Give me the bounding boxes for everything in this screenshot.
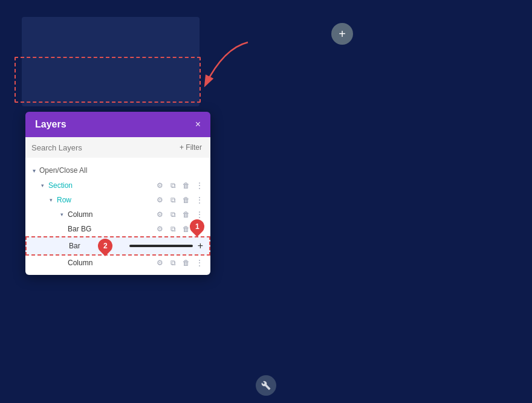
step-badge-2: 2 — [103, 242, 108, 250]
filter-button[interactable]: + Filter — [177, 142, 204, 153]
layer-item-row[interactable]: ▾ Row ⚙ ⧉ 🗑 ⋮ — [25, 193, 210, 207]
layer-item-column1[interactable]: ▾ Column ⚙ ⧉ 🗑 ⋮ — [25, 207, 210, 222]
layer-name: Column — [68, 210, 152, 219]
add-bar-button[interactable]: + — [198, 240, 203, 251]
step-badge-1: 1 — [195, 222, 199, 231]
layer-icons: ⚙ ⧉ 🗑 ⋮ — [155, 181, 204, 190]
layer-icons: ⚙ ⧉ 🗑 ⋮ — [155, 210, 204, 219]
more-icon[interactable]: ⋮ — [195, 196, 204, 204]
copy-icon[interactable]: ⧉ — [168, 210, 178, 219]
layer-icons: ⚙ ⧉ 🗑 ⋮ — [155, 259, 204, 267]
copy-icon[interactable]: ⧉ — [168, 259, 178, 267]
gear-icon[interactable]: ⚙ — [155, 196, 164, 204]
chevron-down-icon: ▾ — [47, 197, 54, 203]
layer-name: Column — [68, 259, 152, 267]
search-input[interactable] — [31, 143, 172, 152]
more-icon[interactable]: ⋮ — [195, 181, 204, 190]
open-close-all-row[interactable]: ▾ Open/Close All — [25, 163, 210, 178]
chevron-down-icon: ▾ — [33, 167, 36, 174]
wrench-icon — [261, 381, 271, 390]
layer-icons: ⚙ ⧉ 🗑 ⋮ — [155, 196, 204, 204]
add-element-button[interactable]: + — [331, 23, 353, 45]
layer-name: Row — [57, 196, 152, 204]
layer-icons — [129, 245, 192, 247]
copy-icon[interactable]: ⧉ — [168, 196, 178, 204]
gear-icon[interactable]: ⚙ — [155, 181, 164, 190]
gear-icon[interactable]: ⚙ — [155, 210, 164, 219]
more-icon[interactable]: ⋮ — [195, 259, 204, 267]
panel-header: Layers × — [25, 112, 210, 137]
close-button[interactable]: × — [195, 120, 201, 129]
chevron-down-icon: ▾ — [58, 211, 65, 218]
panel-body: ▾ Open/Close All ▾ Section ⚙ ⧉ 🗑 ⋮ ▾ Row — [25, 158, 210, 275]
canvas: + Layers × + Filter ▾ Open/Close All ▾ — [0, 0, 532, 403]
layer-name: Section — [48, 181, 152, 190]
layers-panel: Layers × + Filter ▾ Open/Close All ▾ Sec… — [25, 112, 210, 275]
gear-icon[interactable]: ⚙ — [155, 225, 164, 233]
panel-title: Layers — [35, 119, 66, 130]
layer-item-barbg[interactable]: Bar BG ⚙ ⧉ 🗑 ⋮ — [25, 222, 210, 236]
chevron-down-icon: ▾ — [39, 182, 46, 189]
delete-icon[interactable]: 🗑 — [181, 196, 191, 204]
delete-icon[interactable]: 🗑 — [181, 259, 191, 267]
search-bar: + Filter — [25, 137, 210, 158]
layer-item-section[interactable]: ▾ Section ⚙ ⧉ 🗑 ⋮ — [25, 178, 210, 193]
more-icon[interactable]: ⋮ — [195, 210, 204, 219]
copy-icon[interactable]: ⧉ — [168, 181, 178, 190]
dashed-selection — [15, 57, 201, 103]
delete-icon[interactable]: 🗑 — [181, 181, 191, 190]
gear-icon[interactable]: ⚙ — [155, 259, 164, 267]
delete-icon[interactable]: 🗑 — [181, 210, 191, 219]
open-close-label: Open/Close All — [39, 166, 87, 175]
copy-icon[interactable]: ⧉ — [168, 225, 178, 233]
layer-name: Bar BG — [68, 225, 152, 233]
bottom-settings-button[interactable] — [256, 375, 276, 396]
layer-item-column2[interactable]: ▾ Column ⚙ ⧉ 🗑 ⋮ — [25, 256, 210, 270]
layer-item-bar[interactable]: Bar + — [25, 236, 210, 256]
